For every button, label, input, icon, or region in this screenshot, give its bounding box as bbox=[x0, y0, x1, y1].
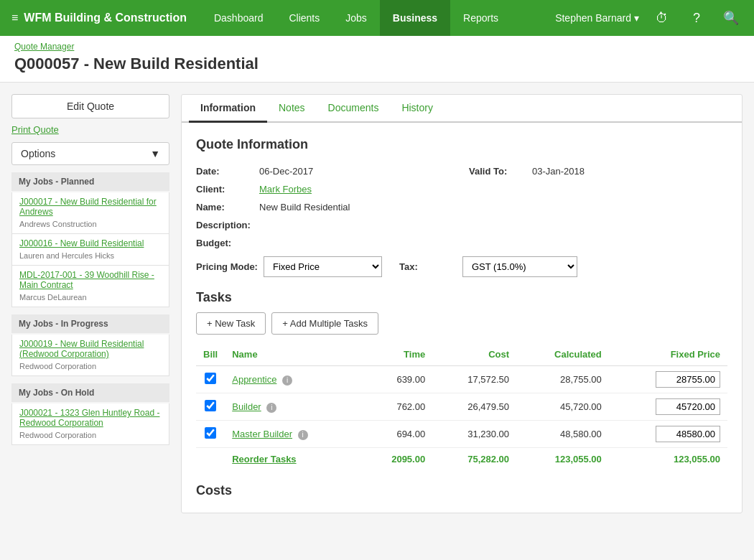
sidebar-onhold-header: My Jobs - On Hold bbox=[11, 383, 169, 402]
date-label: Date: bbox=[196, 166, 253, 177]
task-cost-2: 31,230.00 bbox=[432, 421, 516, 448]
col-calculated: Calculated bbox=[516, 343, 609, 366]
main-layout: Edit Quote Print Quote Options ▼ My Jobs… bbox=[0, 83, 754, 525]
costs-title: Costs bbox=[196, 483, 727, 498]
valid-to-label: Valid To: bbox=[469, 166, 526, 177]
reorder-tasks-row: Reorder Tasks 2095.00 75,282.00 123,055.… bbox=[196, 448, 727, 471]
sidebar-planned-header: My Jobs - Planned bbox=[11, 172, 169, 191]
total-fixed-price: 123,055.00 bbox=[609, 448, 727, 471]
job-link-j000017[interactable]: J000017 - New Build Residential for Andr… bbox=[19, 197, 162, 217]
tax-select[interactable]: GST (15.0%) No Tax bbox=[462, 256, 577, 277]
tasks-buttons: + New Task + Add Multiple Tasks bbox=[196, 312, 727, 335]
task-time-2: 694.00 bbox=[360, 421, 433, 448]
task-fixed-price-input-2[interactable] bbox=[656, 426, 720, 442]
task-info-icon-2[interactable]: i bbox=[298, 430, 308, 440]
edit-quote-button[interactable]: Edit Quote bbox=[11, 94, 169, 118]
logo-text: WFM Building & Construction bbox=[24, 11, 187, 24]
job-link-j000016[interactable]: J000016 - New Build Residential bbox=[19, 238, 162, 248]
nav-links: Dashboard Clients Jobs Business Reports bbox=[201, 0, 555, 36]
task-fixed-price-input-1[interactable] bbox=[656, 398, 720, 415]
sidebar: Edit Quote Print Quote Options ▼ My Jobs… bbox=[11, 94, 169, 452]
search-icon-button[interactable]: 🔍 bbox=[720, 6, 743, 29]
task-calculated-1: 45,720.00 bbox=[516, 393, 609, 421]
job-client-j000016: Lauren and Hercules Hicks bbox=[19, 251, 114, 260]
nav-right: Stephen Barnard ▾ ⏱ ? 🔍 bbox=[555, 6, 743, 29]
task-name-link-2[interactable]: Master Builder bbox=[232, 429, 292, 439]
pricing-mode-group: Pricing Mode: Fixed Price Time and Mater… bbox=[196, 256, 382, 277]
job-client-mdl2017: Marcus DeLaurean bbox=[19, 293, 87, 302]
task-info-icon-1[interactable]: i bbox=[266, 403, 276, 413]
sidebar-job-j000019: J000019 - New Build Residential (Redwood… bbox=[11, 335, 169, 376]
logo-icon: ≡ bbox=[11, 11, 18, 24]
description-row: Description: bbox=[196, 218, 455, 233]
job-link-j000021[interactable]: J000021 - 1323 Glen Huntley Road - Redwo… bbox=[19, 408, 162, 428]
name-row: Name: New Build Residential bbox=[196, 200, 455, 215]
task-bill-checkbox-1[interactable] bbox=[205, 400, 216, 411]
task-bill-checkbox-0[interactable] bbox=[205, 373, 216, 384]
breadcrumb[interactable]: Quote Manager bbox=[14, 42, 740, 52]
nav-business[interactable]: Business bbox=[380, 0, 450, 36]
task-fixed-price-input-0[interactable] bbox=[656, 371, 720, 388]
history-icon-button[interactable]: ⏱ bbox=[651, 6, 674, 29]
task-calculated-2: 48,580.00 bbox=[516, 421, 609, 448]
name-label: Name: bbox=[196, 202, 253, 213]
valid-to-row: Valid To: 03-Jan-2018 bbox=[469, 164, 727, 179]
new-task-button[interactable]: + New Task bbox=[196, 312, 266, 335]
task-time-1: 762.00 bbox=[360, 393, 433, 421]
client-row: Client: Mark Forbes bbox=[196, 182, 455, 197]
task-cost-0: 17,572.50 bbox=[432, 366, 516, 393]
task-name-link-1[interactable]: Builder bbox=[232, 401, 261, 412]
tab-notes[interactable]: Notes bbox=[267, 95, 317, 123]
task-info-icon-0[interactable]: i bbox=[282, 375, 292, 386]
task-name-link-0[interactable]: Apprentice bbox=[232, 374, 276, 385]
client-value[interactable]: Mark Forbes bbox=[259, 184, 312, 195]
client-label: Client: bbox=[196, 184, 253, 195]
add-multiple-tasks-button[interactable]: + Add Multiple Tasks bbox=[271, 312, 378, 335]
pricing-row: Pricing Mode: Fixed Price Time and Mater… bbox=[196, 256, 727, 277]
content-area: Information Notes Documents History Quot… bbox=[181, 94, 743, 513]
col-time: Time bbox=[360, 343, 433, 366]
table-row: Builder i 762.00 26,479.50 45,720.00 bbox=[196, 393, 727, 421]
nav-reports[interactable]: Reports bbox=[450, 0, 511, 36]
pricing-mode-label: Pricing Mode: bbox=[196, 261, 258, 272]
tabs: Information Notes Documents History bbox=[182, 95, 742, 123]
budget-label: Budget: bbox=[196, 238, 253, 248]
reorder-tasks-link[interactable]: Reorder Tasks bbox=[232, 454, 296, 465]
col-cost: Cost bbox=[432, 343, 516, 366]
quote-info-title: Quote Information bbox=[196, 137, 727, 152]
tasks-title: Tasks bbox=[196, 290, 727, 305]
pricing-mode-select[interactable]: Fixed Price Time and Materials Cost Plus bbox=[264, 256, 382, 277]
job-client-j000017: Andrews Construction bbox=[19, 220, 97, 228]
col-bill: Bill bbox=[196, 343, 225, 366]
options-dropdown[interactable]: Options ▼ bbox=[11, 142, 169, 165]
date-row: Date: 06-Dec-2017 bbox=[196, 164, 455, 179]
sidebar-inprogress-header: My Jobs - In Progress bbox=[11, 314, 169, 333]
print-quote-link[interactable]: Print Quote bbox=[11, 123, 169, 136]
sub-header: Quote Manager Q000057 - New Build Reside… bbox=[0, 36, 754, 83]
help-icon-button[interactable]: ? bbox=[685, 6, 708, 29]
budget-row: Budget: bbox=[196, 235, 455, 251]
job-client-j000021: Redwood Corporation bbox=[19, 431, 96, 439]
table-row: Apprentice i 639.00 17,572.50 28,755.00 bbox=[196, 366, 727, 393]
task-bill-checkbox-2[interactable] bbox=[205, 427, 216, 439]
content-body: Quote Information Date: 06-Dec-2017 Vali… bbox=[182, 123, 742, 513]
tab-documents[interactable]: Documents bbox=[317, 95, 391, 123]
table-row: Master Builder i 694.00 31,230.00 48,580… bbox=[196, 421, 727, 448]
tab-history[interactable]: History bbox=[390, 95, 445, 123]
job-link-j000019[interactable]: J000019 - New Build Residential (Redwood… bbox=[19, 339, 162, 359]
sidebar-onhold-group: My Jobs - On Hold J000021 - 1323 Glen Hu… bbox=[11, 383, 169, 445]
job-client-j000019: Redwood Corporation bbox=[19, 362, 96, 370]
user-name[interactable]: Stephen Barnard ▾ bbox=[555, 12, 639, 24]
nav-dashboard[interactable]: Dashboard bbox=[201, 0, 276, 36]
nav-clients[interactable]: Clients bbox=[276, 0, 332, 36]
task-cost-1: 26,479.50 bbox=[432, 393, 516, 421]
task-calculated-0: 28,755.00 bbox=[516, 366, 609, 393]
options-label: Options bbox=[21, 148, 55, 159]
tab-information[interactable]: Information bbox=[189, 95, 267, 123]
job-link-mdl2017[interactable]: MDL-2017-001 - 39 Woodhill Rise - Main C… bbox=[19, 270, 162, 290]
nav-jobs[interactable]: Jobs bbox=[332, 0, 380, 36]
page-title: Q000057 - New Build Residential bbox=[14, 55, 740, 73]
total-cost: 75,282.00 bbox=[432, 448, 516, 471]
col-fixed-price: Fixed Price bbox=[609, 343, 727, 366]
tax-group: Tax: GST (15.0%) No Tax bbox=[399, 256, 577, 277]
